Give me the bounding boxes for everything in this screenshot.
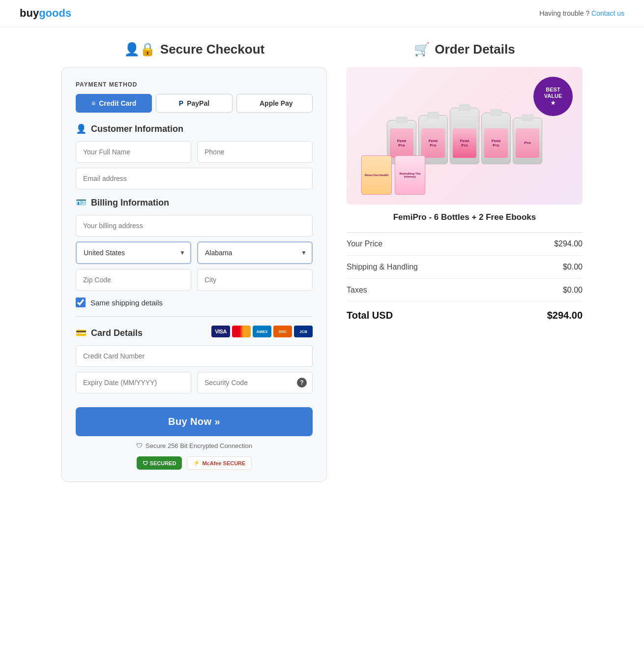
- billing-icon: 🪪: [76, 197, 87, 208]
- shipping-value: $0.00: [563, 263, 583, 271]
- mcafee-label: McAfee SECURE: [202, 460, 245, 466]
- section-divider: [76, 316, 313, 317]
- main-container: 👤🔒 Secure Checkout PAYMENT METHOD ≡ Cred…: [52, 27, 592, 497]
- card-details-header: 💳 Card Details: [76, 328, 143, 338]
- zip-input[interactable]: [76, 269, 191, 291]
- contact-link[interactable]: Contact us: [591, 9, 624, 17]
- mastercard-icon: [232, 326, 251, 337]
- bottle-cap-1: [396, 117, 408, 123]
- bottle-cap-5: [522, 114, 533, 121]
- secured-badge: 🛡 SECURED: [137, 456, 182, 470]
- amex-icon: AMEX: [253, 326, 271, 337]
- customer-icon: 👤: [76, 123, 87, 134]
- order-title-text: Order Details: [435, 42, 515, 57]
- paypal-icon: P: [179, 99, 183, 107]
- state-select[interactable]: Alabama: [197, 241, 313, 264]
- city-input[interactable]: [197, 269, 313, 291]
- shield-icon: 🛡: [136, 442, 143, 449]
- tab-apple-pay[interactable]: Apple Pay: [236, 94, 313, 113]
- secured-icon: 🛡: [143, 460, 148, 466]
- bottle-label-4: FemiPro: [484, 128, 508, 158]
- zip-city-row: [76, 269, 313, 291]
- country-state-row: United States ▼ Alabama ▼: [76, 241, 313, 264]
- trust-badges: 🛡 SECURED ⚡ McAfee SECURE: [76, 456, 313, 470]
- total-row: Total USD $294.00: [347, 302, 583, 329]
- customer-info-text: Customer Information: [91, 124, 183, 134]
- logo[interactable]: buygoods: [20, 7, 71, 20]
- expiry-security-row: ?: [76, 372, 313, 393]
- expiry-input[interactable]: [76, 372, 191, 393]
- full-name-field: [76, 141, 191, 163]
- bottle-4: FemiPro: [481, 113, 511, 164]
- secured-label: SECURED: [150, 460, 176, 466]
- card-number-row: [76, 345, 313, 367]
- billing-address-row: [76, 215, 313, 237]
- phone-field: [197, 141, 313, 163]
- discover-icon: DISC: [273, 326, 292, 337]
- full-name-input[interactable]: [76, 141, 191, 163]
- order-side: 🛒 Order Details FemiPro FemiPro: [347, 42, 583, 482]
- security-code-input[interactable]: [197, 372, 313, 393]
- security-help-icon[interactable]: ?: [297, 378, 307, 388]
- bottle-label-3: FemiPro: [453, 128, 476, 158]
- credit-card-icon: ≡: [91, 99, 95, 107]
- email-row: [76, 168, 313, 189]
- checkout-title: 👤🔒 Secure Checkout: [61, 42, 327, 57]
- ebook-1: Reset Gut Health: [361, 155, 392, 195]
- card-icons: VISA AMEX DISC JCB: [211, 326, 313, 337]
- country-select-wrapper: United States ▼: [76, 241, 191, 264]
- zip-field: [76, 269, 191, 291]
- paypal-label: PayPal: [187, 99, 209, 107]
- email-input[interactable]: [76, 168, 313, 189]
- billing-address-input[interactable]: [76, 215, 313, 237]
- bottle-label-5: Pro: [516, 128, 539, 158]
- same-shipping-checkbox[interactable]: [76, 298, 86, 307]
- buy-now-button[interactable]: Buy Now »: [76, 407, 313, 436]
- price-value: $294.00: [554, 239, 583, 248]
- checkout-title-text: Secure Checkout: [160, 42, 264, 57]
- card-details-header-row: 💳 Card Details VISA AMEX DISC JCB: [76, 325, 313, 338]
- header: buygoods Having trouble ? Contact us: [0, 0, 644, 27]
- total-label: Total USD: [347, 310, 393, 321]
- mcafee-icon: ⚡: [193, 460, 200, 466]
- tab-credit-card[interactable]: ≡ Credit Card: [76, 94, 152, 113]
- checkout-side: 👤🔒 Secure Checkout PAYMENT METHOD ≡ Cred…: [61, 42, 327, 482]
- bottle-cap-2: [427, 112, 439, 119]
- taxes-value: $0.00: [563, 286, 583, 295]
- bottle-cap-4: [490, 109, 502, 116]
- visa-icon: VISA: [211, 326, 230, 337]
- price-label: Your Price: [347, 239, 382, 248]
- state-select-wrapper: Alabama ▼: [197, 241, 313, 264]
- trouble-text: Having trouble ?: [539, 9, 589, 17]
- bottle-cap-3: [459, 104, 470, 111]
- ebook-cards: Reset Gut Health Rekindling The Intimacy: [361, 155, 425, 195]
- customer-info-header: 👤 Customer Information: [76, 123, 313, 134]
- logo-goods: goods: [39, 7, 71, 19]
- credit-card-label: Credit Card: [99, 99, 136, 107]
- secure-checkout-icon: 👤🔒: [124, 42, 155, 57]
- header-right: Having trouble ? Contact us: [539, 9, 624, 17]
- same-shipping-row: Same shipping details: [76, 298, 313, 307]
- same-shipping-label: Same shipping details: [90, 299, 163, 307]
- apple-pay-label: Apple Pay: [260, 99, 293, 107]
- order-title: 🛒 Order Details: [347, 42, 583, 57]
- payment-tabs: ≡ Credit Card P PayPal Apple Pay: [76, 94, 313, 113]
- product-name: FemiPro - 6 Bottles + 2 Free Ebooks: [347, 212, 583, 222]
- price-row: Your Price $294.00: [347, 233, 583, 256]
- security-field: ?: [197, 372, 313, 393]
- product-image-area: FemiPro FemiPro FemiPro FemiPro: [347, 67, 583, 205]
- checkout-card: PAYMENT METHOD ≡ Credit Card P PayPal Ap…: [61, 67, 327, 482]
- country-select[interactable]: United States: [76, 241, 191, 264]
- jcb-icon: JCB: [294, 326, 313, 337]
- best-value-badge: BESTVALUE★: [533, 77, 573, 116]
- logo-buy: buy: [20, 7, 39, 19]
- mcafee-badge: ⚡ McAfee SECURE: [187, 456, 252, 470]
- phone-input[interactable]: [197, 141, 313, 163]
- card-number-input[interactable]: [76, 345, 313, 367]
- total-value: $294.00: [547, 310, 583, 321]
- bottle-label-2: FemiPro: [421, 128, 445, 158]
- bottle-label-1: FemiPro: [390, 128, 413, 158]
- taxes-label: Taxes: [347, 286, 367, 295]
- best-value-text: BESTVALUE★: [544, 87, 562, 106]
- tab-paypal[interactable]: P PayPal: [156, 94, 232, 113]
